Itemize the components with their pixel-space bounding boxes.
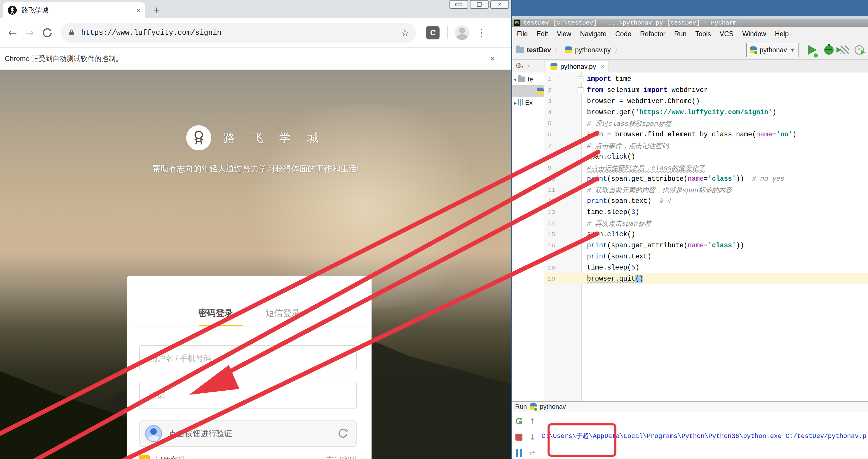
code-line-16[interactable]: 16print(span.get_attribute(name='class')… <box>544 240 868 251</box>
up-arrow-icon[interactable]: ↑ <box>528 417 537 426</box>
profiler-button[interactable] <box>855 45 864 55</box>
line-number: 16 <box>544 242 559 249</box>
minimize-button[interactable] <box>450 0 468 9</box>
code-line-17[interactable]: 17print(span.text) <box>544 251 868 262</box>
profile-avatar[interactable] <box>455 25 469 40</box>
close-button[interactable]: ✕ <box>490 0 509 9</box>
fold-marker-icon <box>578 232 583 237</box>
remember-row: ✓ 记住密码 忘记密码 <box>139 455 356 459</box>
chrome-toolbar: ← → https://www.luffycity.com/signin ☆ C… <box>0 18 512 47</box>
captcha-widget[interactable]: 点击按钮进行验证 <box>139 421 356 447</box>
tab-sms-login[interactable]: 短信登录 <box>265 307 300 319</box>
folder-icon <box>516 47 524 53</box>
breadcrumb-project[interactable]: testDev <box>527 46 551 54</box>
pycharm-nav-bar: testDev 〉 pythonav.py 〉 pythonav ▼ <box>512 41 868 60</box>
gear-icon[interactable]: ⚙▾ <box>515 62 523 70</box>
remember-label[interactable]: 记住密码 <box>155 455 185 459</box>
code-line-1[interactable]: 1−import time <box>544 73 868 85</box>
reload-icon[interactable] <box>41 27 53 38</box>
menu-vcs[interactable]: VCS <box>720 30 734 38</box>
down-arrow-icon[interactable]: ↓ <box>528 433 537 441</box>
code-line-19[interactable]: 19browser.quit() <box>544 273 868 284</box>
fold-marker-icon[interactable]: − <box>578 76 583 82</box>
restore-button[interactable] <box>470 0 489 9</box>
remember-checkbox[interactable]: ✓ <box>139 455 150 459</box>
stop-icon[interactable] <box>515 433 523 441</box>
code-line-7[interactable]: 7# 点击事件，点击记住密码 <box>544 140 868 151</box>
captcha-refresh-icon[interactable] <box>337 427 349 440</box>
new-tab-button[interactable]: + <box>153 4 159 17</box>
menu-refactor[interactable]: Refactor <box>640 30 665 38</box>
menu-view[interactable]: View <box>557 30 571 38</box>
fold-marker-icon <box>578 198 583 204</box>
line-number: 4 <box>544 109 559 116</box>
menu-edit[interactable]: Edit <box>536 30 548 38</box>
bookmark-star-icon[interactable]: ☆ <box>400 27 409 38</box>
fold-marker-icon[interactable]: − <box>578 87 583 93</box>
url-text[interactable]: https://www.luffycity.com/signin <box>81 29 221 37</box>
code-line-12[interactable]: 12print(span.text) # √ <box>544 195 868 207</box>
infobar-close-icon[interactable]: × <box>490 54 495 64</box>
run-config-select[interactable]: pythonav ▼ <box>746 42 799 57</box>
pycharm-menu-bar: FileEditViewNavigateCodeRefactorRunTools… <box>512 27 868 41</box>
menu-window[interactable]: Window <box>742 30 766 38</box>
project-row-file[interactable] <box>512 85 544 97</box>
code-line-5[interactable]: 5# 通过class获取span标签 <box>544 118 868 129</box>
menu-help[interactable]: Help <box>775 30 788 38</box>
line-number: 13 <box>544 209 559 216</box>
menu-file[interactable]: File <box>517 30 528 38</box>
tree-chevron-icon[interactable]: ▸ <box>514 100 517 106</box>
menu-tools[interactable]: Tools <box>695 30 711 38</box>
window-controls: ✕ <box>450 0 509 9</box>
tree-chevron-icon[interactable]: ▾ <box>514 76 517 83</box>
code-line-11[interactable]: 11# 获取当前元素的内容，也就是span标签的内容 <box>544 185 868 195</box>
debug-button[interactable] <box>824 45 834 55</box>
pause-icon[interactable] <box>515 449 523 457</box>
run-button[interactable] <box>808 45 817 55</box>
code-line-10[interactable]: 10print(span.get_attribute(name='class')… <box>544 174 868 185</box>
softwrap-icon[interactable]: ⇄ <box>528 449 537 457</box>
editor-tab-bar: pythonav.py × <box>544 60 868 72</box>
code-line-6[interactable]: 6span = browser.find_element_by_class_na… <box>544 129 868 140</box>
code-line-18[interactable]: 18time.sleep(5) <box>544 262 868 273</box>
password-input[interactable] <box>139 383 356 409</box>
collapse-panel-icon[interactable]: ⇤ <box>527 62 532 69</box>
rerun-icon[interactable] <box>515 417 523 426</box>
project-row-Ex[interactable]: ▸Ex <box>512 97 544 109</box>
browser-tab[interactable]: 路飞学城 × <box>3 2 145 18</box>
project-row-te[interactable]: ▾te <box>512 73 544 85</box>
coverage-button[interactable] <box>840 45 849 54</box>
code-line-9[interactable]: 9#点击记住密码之后，class的值变化了 <box>544 162 868 174</box>
forgot-password-link[interactable]: 忘记密码 <box>326 455 356 459</box>
chevron-down-icon: ▼ <box>790 47 795 53</box>
menu-navigate[interactable]: Navigate <box>580 30 607 38</box>
address-bar[interactable]: https://www.luffycity.com/signin ☆ <box>61 23 416 42</box>
folder-icon <box>518 76 525 82</box>
tab-password-login[interactable]: 密码登录 <box>198 307 233 319</box>
code-line-8[interactable]: 8span.click() <box>544 151 868 162</box>
tab-close-icon[interactable]: × <box>136 6 141 15</box>
fold-marker-icon <box>578 121 583 126</box>
code-editor[interactable]: 1−import time2−from selenium import webd… <box>544 72 868 401</box>
annotation-box <box>548 423 616 457</box>
username-input[interactable] <box>139 345 356 371</box>
python-file-icon <box>565 47 572 54</box>
code-line-14[interactable]: 14# 再次点击span标签 <box>544 218 868 229</box>
breadcrumb-file[interactable]: pythonav.py <box>575 46 611 54</box>
menu-code[interactable]: Code <box>615 30 631 38</box>
code-line-13[interactable]: 13time.sleep(3) <box>544 207 868 218</box>
pycharm-title-bar: PC testDev [C:\testDev] - ...\pythonav.p… <box>512 19 868 27</box>
automation-infobar: Chrome 正受到自动测试软件的控制。 × <box>0 47 512 70</box>
code-line-4[interactable]: 4browser.get('https://www.luffycity.com/… <box>544 107 868 118</box>
chrome-menu-icon[interactable]: ⋮ <box>477 27 486 38</box>
editor-tab-close-icon[interactable]: × <box>601 63 604 70</box>
menu-run[interactable]: Run <box>674 30 686 38</box>
code-line-15[interactable]: 15span.click() <box>544 229 868 240</box>
extension-badge[interactable]: C <box>426 26 439 39</box>
back-icon[interactable]: ← <box>8 27 17 39</box>
code-line-3[interactable]: 3browser = webdriver.Chrome() <box>544 96 868 107</box>
tabs-divider <box>130 326 369 327</box>
luffy-favicon-icon <box>8 5 17 15</box>
editor-tab[interactable]: pythonav.py × <box>546 60 609 73</box>
code-line-2[interactable]: 2−from selenium import webdriver <box>544 85 868 96</box>
